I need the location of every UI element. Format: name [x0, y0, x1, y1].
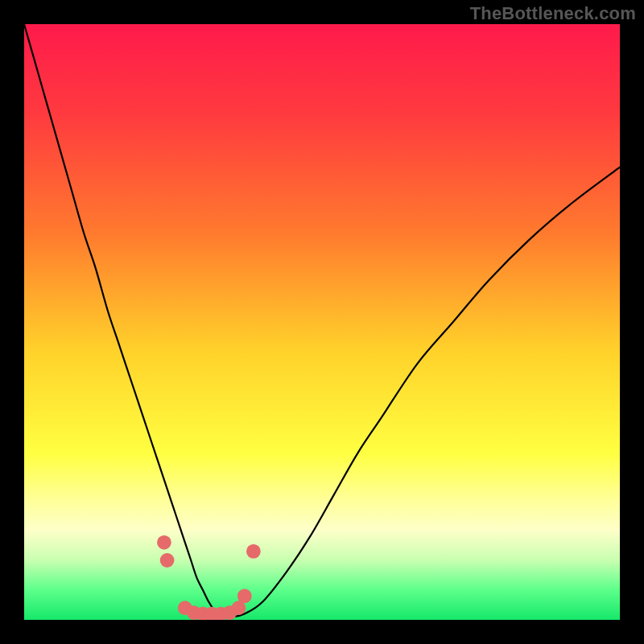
data-marker	[157, 535, 171, 550]
data-marker	[160, 553, 175, 568]
data-marker	[246, 544, 261, 559]
plot-area	[24, 24, 620, 620]
gradient-background	[24, 24, 620, 620]
chart-frame: TheBottleneck.com	[0, 0, 644, 644]
bottleneck-chart	[24, 24, 620, 620]
watermark-text: TheBottleneck.com	[470, 3, 636, 24]
data-marker	[237, 589, 252, 604]
